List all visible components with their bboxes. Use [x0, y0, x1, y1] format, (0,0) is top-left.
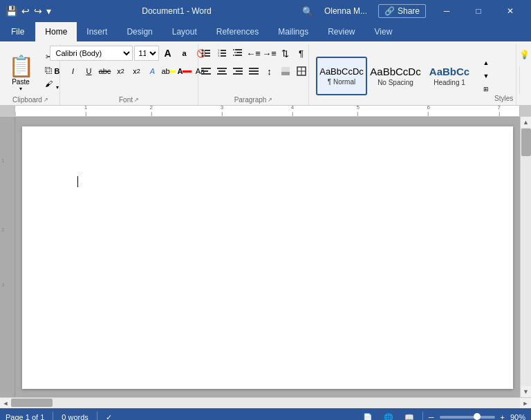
- status-left: Page 1 of 1 0 words ✓: [6, 412, 112, 420]
- styles-group: AaBbCcDc ¶ Normal AaBbCcDc No Spacing Aa…: [309, 44, 516, 105]
- tab-layout[interactable]: Layout: [162, 22, 207, 41]
- tab-file[interactable]: File: [0, 22, 35, 41]
- svg-rect-18: [201, 68, 211, 69]
- style-normal[interactable]: AaBbCcDc ¶ Normal: [316, 57, 367, 95]
- scroll-left-button[interactable]: ◄: [0, 398, 11, 409]
- scroll-thumb[interactable]: [521, 128, 531, 156]
- document-scroll-area[interactable]: [15, 117, 520, 397]
- style-no-spacing-label: No Spacing: [378, 79, 413, 86]
- zoom-thumb[interactable]: [474, 413, 481, 420]
- style-no-spacing[interactable]: AaBbCcDc No Spacing: [370, 57, 421, 95]
- text-effects-button[interactable]: A: [145, 64, 160, 79]
- strikethrough-button[interactable]: abc: [97, 64, 113, 79]
- quick-access-toolbar: 💾 ↩ ↪ ▾: [6, 6, 51, 17]
- share-button[interactable]: 🔗Share: [378, 4, 426, 18]
- read-view-button[interactable]: 📖: [402, 410, 417, 420]
- highlight-button[interactable]: ab: [161, 64, 176, 79]
- svg-rect-20: [201, 73, 211, 75]
- svg-rect-7: [221, 50, 226, 51]
- tab-insert[interactable]: Insert: [77, 22, 117, 41]
- paragraph-group-label: Paragraph: [234, 96, 267, 104]
- font-expand-icon[interactable]: ↗: [134, 97, 139, 103]
- style-heading1-label: Heading 1: [434, 79, 465, 86]
- document-page[interactable]: [22, 126, 513, 389]
- svg-rect-19: [201, 70, 208, 72]
- zoom-slider[interactable]: [440, 416, 495, 419]
- h-scroll-thumb[interactable]: [11, 399, 53, 407]
- scroll-right-button[interactable]: ►: [520, 398, 531, 409]
- print-view-button[interactable]: 📄: [360, 410, 375, 420]
- font-color-button[interactable]: A: [177, 64, 192, 79]
- paragraph-expand-icon[interactable]: ↗: [268, 97, 272, 103]
- zoom-in-button[interactable]: +: [501, 413, 505, 420]
- tab-view[interactable]: View: [365, 22, 402, 41]
- style-heading1[interactable]: AaBbCc Heading 1: [424, 57, 475, 95]
- ruler-mark-5: 5: [356, 106, 359, 116]
- save-icon[interactable]: 💾: [6, 6, 17, 17]
- borders-button[interactable]: [294, 64, 309, 79]
- close-button[interactable]: ✕: [495, 0, 525, 22]
- restore-button[interactable]: □: [463, 0, 494, 22]
- svg-point-12: [233, 49, 234, 50]
- page-marker-3: 3: [1, 282, 4, 288]
- align-left-button[interactable]: [198, 64, 214, 79]
- align-center-button[interactable]: [214, 64, 230, 79]
- font-name-select[interactable]: Calibri (Body): [50, 46, 133, 61]
- zoom-out-button[interactable]: ─: [429, 413, 434, 420]
- undo-icon[interactable]: ↩: [21, 6, 30, 17]
- justify-button[interactable]: [246, 64, 261, 79]
- shading-button[interactable]: [278, 64, 293, 79]
- superscript-button[interactable]: x2: [129, 64, 145, 79]
- line-spacing-button[interactable]: ↕: [262, 64, 277, 79]
- align-right-button[interactable]: [230, 64, 245, 79]
- svg-rect-15: [236, 52, 242, 53]
- shrink-font-button[interactable]: a: [177, 46, 192, 61]
- font-size-select[interactable]: 11: [134, 46, 159, 61]
- styles-scroll-up[interactable]: ▲: [481, 57, 492, 69]
- scroll-track[interactable]: [521, 128, 531, 386]
- show-marks-button[interactable]: ¶: [294, 46, 309, 61]
- bold-button[interactable]: B: [50, 64, 65, 79]
- clipboard-expand-icon[interactable]: ↗: [44, 97, 48, 103]
- multilevel-list-button[interactable]: [230, 46, 245, 61]
- subscript-button[interactable]: x2: [113, 64, 129, 79]
- tab-review[interactable]: Review: [318, 22, 364, 41]
- scroll-down-button[interactable]: ▼: [521, 386, 532, 397]
- italic-button[interactable]: I: [66, 64, 81, 79]
- paste-dropdown-icon[interactable]: ▾: [19, 86, 22, 92]
- styles-scroll-down[interactable]: ▼: [481, 70, 492, 82]
- vertical-scrollbar: ▲ ▼: [520, 117, 531, 397]
- underline-button[interactable]: U: [82, 64, 97, 79]
- tab-mailings[interactable]: Mailings: [268, 22, 318, 41]
- increase-indent-button[interactable]: →≡: [262, 46, 277, 61]
- tab-references[interactable]: References: [207, 22, 268, 41]
- tab-home[interactable]: Home: [35, 22, 77, 41]
- proofing-icon[interactable]: ✓: [106, 413, 112, 421]
- numbering-button[interactable]: 1.2.3.: [214, 46, 230, 61]
- decrease-indent-button[interactable]: ←≡: [246, 46, 261, 61]
- scroll-up-button[interactable]: ▲: [521, 117, 532, 128]
- user-account[interactable]: Olenna M...: [319, 6, 373, 16]
- font-color-dropdown[interactable]: ▾: [50, 79, 65, 95]
- search-button[interactable]: 🔍: [302, 6, 313, 17]
- customize-qat-icon[interactable]: ▾: [46, 6, 51, 17]
- window-controls: ─ □ ✕: [431, 0, 525, 22]
- sort-button[interactable]: ⇅: [278, 46, 293, 61]
- page-indicator: Page 1 of 1: [6, 413, 44, 420]
- ruler-mark-4: 4: [291, 106, 294, 116]
- text-cursor: [77, 176, 78, 187]
- minimize-button[interactable]: ─: [431, 0, 462, 22]
- grow-font-button[interactable]: A: [160, 46, 176, 61]
- tell-me-icon: 💡: [519, 50, 530, 59]
- paste-button[interactable]: 📋 Paste ▾: [4, 51, 37, 90]
- ruler-mark-7: 7: [498, 106, 501, 116]
- tab-design[interactable]: Design: [117, 22, 162, 41]
- page-marker-1: 1: [1, 158, 4, 164]
- svg-rect-5: [205, 55, 210, 57]
- bullets-button[interactable]: [198, 46, 214, 61]
- styles-expand[interactable]: ⊞: [481, 83, 492, 95]
- h-scroll-track[interactable]: [11, 398, 520, 408]
- web-view-button[interactable]: 🌐: [381, 410, 396, 420]
- redo-icon[interactable]: ↪: [34, 6, 42, 17]
- left-margin-bar: 1 2 3: [0, 117, 15, 397]
